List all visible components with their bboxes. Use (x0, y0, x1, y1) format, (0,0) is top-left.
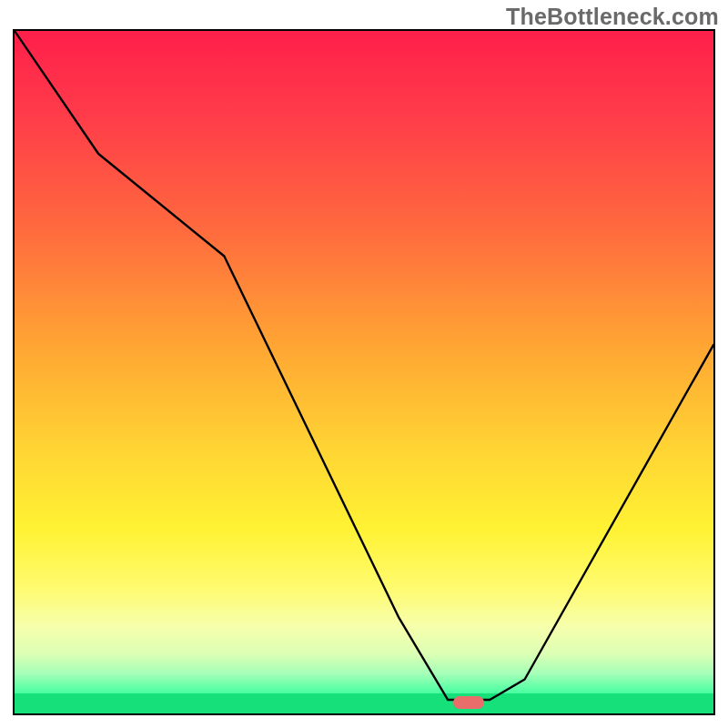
curve-path (15, 31, 713, 700)
bottleneck-curve (15, 31, 713, 713)
watermark-text: TheBottleneck.com (506, 4, 719, 30)
chart-frame: TheBottleneck.com (0, 0, 728, 728)
optimum-marker (453, 696, 484, 709)
plot-area (13, 29, 715, 715)
